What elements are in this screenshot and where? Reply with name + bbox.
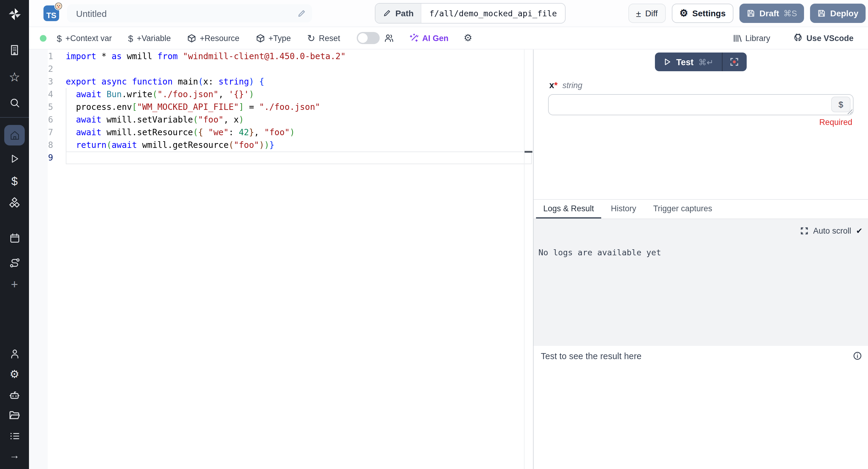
windmill-logo[interactable] [0, 0, 29, 28]
add-context-var-button[interactable]: $ +Context var [57, 33, 112, 43]
code-line[interactable]: 1import * as wmill from "windmill-client… [29, 50, 533, 63]
deploy-button[interactable]: Deploy [810, 4, 866, 23]
code-text: process.env["WM_MOCKED_API_FILE"] = "./f… [66, 101, 533, 114]
add-resource-button[interactable]: +Resource [187, 33, 239, 42]
edit-title-pencil-icon[interactable] [297, 9, 306, 18]
code-lines: 1import * as wmill from "windmill-client… [29, 50, 533, 164]
gear-icon[interactable]: ⚙ [0, 365, 29, 383]
search-icon[interactable] [0, 94, 29, 112]
library-button[interactable]: Library [733, 33, 770, 42]
dollar-icon: $ [57, 33, 62, 43]
add-variable-button[interactable]: $ +Variable [128, 33, 171, 43]
diff-button[interactable]: ± Diff [628, 4, 665, 23]
typescript-badge: TS [43, 5, 59, 21]
arrow-right-icon[interactable]: → [0, 446, 29, 464]
route-icon[interactable] [0, 253, 29, 272]
sidebar-divider [0, 117, 29, 118]
code-line[interactable]: 2 [29, 63, 533, 75]
library-icon [733, 33, 742, 42]
reset-button[interactable]: ↻ Reset [307, 32, 340, 44]
home-icon [9, 129, 20, 141]
indent-guide [66, 88, 66, 152]
logs-area: Auto scroll ✔ No logs are available yet [534, 219, 868, 346]
test-button[interactable]: Test ⌘↵ [655, 53, 722, 71]
code-line[interactable]: 6 await wmill.setVariable("foo", x) [29, 114, 533, 126]
code-line[interactable]: 3export async function main(x: string) { [29, 75, 533, 88]
gear-icon: ⚙ [464, 33, 472, 43]
argument-type: string [562, 81, 582, 90]
path-value[interactable]: f/all/demo_mocked_api_file [422, 4, 565, 23]
gear-icon: ⚙ [679, 8, 688, 18]
capture-test-button[interactable] [722, 53, 747, 71]
ai-gen-button[interactable]: AI Gen [409, 33, 448, 43]
building-icon[interactable] [0, 41, 29, 59]
path-label-section[interactable]: Path [375, 4, 422, 23]
status-dot [40, 35, 46, 41]
left-sidebar: ☆ $ [0, 0, 29, 469]
settings-button[interactable]: ⚙ Settings [672, 4, 734, 23]
code-line[interactable]: 9 [29, 152, 533, 164]
required-asterisk: * [554, 80, 557, 90]
line-number: 4 [29, 88, 66, 101]
line-number: 6 [29, 114, 66, 126]
robot-icon[interactable] [0, 386, 29, 404]
code-text: await wmill.setVariable("foo", x) [66, 114, 533, 126]
code-text: await Bun.write("./foo.json", '{}') [66, 88, 533, 101]
use-vscode-button[interactable]: Use VScode [793, 33, 854, 43]
code-line[interactable]: 7 await wmill.setResource({ "we": 42}, "… [29, 126, 533, 139]
script-title-box[interactable]: Untitled [67, 4, 312, 22]
draft-kbd: ⌘S [783, 8, 797, 18]
argument-label: x* string [549, 80, 868, 90]
code-line[interactable]: 8 return(await wmill.getResource("foo"))… [29, 139, 533, 152]
checkmark-icon[interactable]: ✔ [856, 226, 863, 236]
required-hint: Required [534, 118, 852, 127]
draft-button[interactable]: Draft ⌘S [739, 4, 804, 23]
argument-input[interactable]: $ [548, 94, 854, 115]
editor-scrollbar-track [524, 50, 525, 469]
list-icon[interactable] [0, 427, 29, 445]
auto-scroll-label: Auto scroll [813, 226, 851, 236]
person-icon[interactable] [0, 345, 29, 363]
play-icon[interactable] [0, 150, 29, 168]
calendar-icon[interactable] [0, 229, 29, 247]
collaborators-icon[interactable] [383, 33, 394, 43]
script-settings-gear[interactable]: ⚙ [464, 33, 472, 43]
folder-icon[interactable] [0, 406, 29, 424]
line-number: 5 [29, 101, 66, 114]
star-icon[interactable]: ☆ [0, 68, 29, 86]
tab-history[interactable]: History [603, 200, 644, 219]
test-split-button[interactable]: Test ⌘↵ [655, 53, 746, 71]
diff-icon: ± [636, 8, 641, 19]
cubes-icon[interactable] [0, 194, 29, 213]
info-icon[interactable] [853, 351, 862, 361]
dollar-icon[interactable]: $ [0, 172, 29, 190]
expand-icon [800, 227, 808, 235]
edit-path-pencil-icon [383, 9, 391, 18]
script-title: Untitled [76, 8, 297, 19]
code-text: await wmill.setResource({ "we": 42}, "fo… [66, 126, 533, 139]
tab-logs-result[interactable]: Logs & Result [536, 200, 601, 219]
code-text [66, 152, 532, 164]
plus-icon[interactable]: + [0, 275, 29, 293]
line-number: 7 [29, 126, 66, 139]
auto-scroll-control[interactable]: Auto scroll ✔ [800, 226, 863, 236]
code-text: return(await wmill.getResource("foo"))} [66, 139, 533, 152]
code-line[interactable]: 4 await Bun.write("./foo.json", '{}') [29, 88, 533, 101]
code-text: import * as wmill from "windmill-client@… [66, 50, 533, 63]
path-label: Path [395, 8, 414, 18]
code-line[interactable]: 5 process.env["WM_MOCKED_API_FILE"] = ".… [29, 101, 533, 114]
path-widget[interactable]: Path f/all/demo_mocked_api_file [375, 3, 565, 24]
diff-mode-toggle[interactable] [356, 32, 379, 44]
sidebar-item-home[interactable] [4, 125, 25, 146]
add-type-button[interactable]: +Type [256, 33, 291, 42]
tab-trigger-captures[interactable]: Trigger captures [646, 200, 719, 219]
test-form-section: Test ⌘↵ [534, 50, 868, 199]
code-text [66, 63, 533, 75]
save-icon [747, 9, 755, 18]
code-editor[interactable]: 1import * as wmill from "windmill-client… [29, 50, 533, 469]
code-text: export async function main(x: string) { [66, 75, 533, 88]
play-icon [663, 58, 671, 66]
resize-handle[interactable] [847, 109, 852, 114]
app-root: ☆ $ [0, 0, 868, 469]
no-logs-message: No logs are available yet [538, 248, 661, 257]
